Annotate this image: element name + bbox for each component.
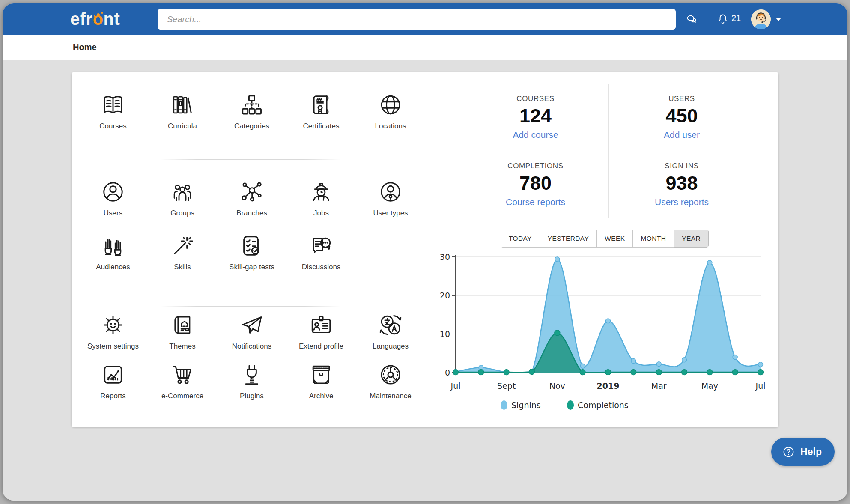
legend-label: Completions — [578, 400, 629, 410]
menu-item-audiences[interactable]: Audiences — [78, 233, 148, 286]
signins-data-point[interactable] — [656, 362, 661, 367]
tab-week[interactable]: WEEK — [596, 230, 633, 248]
signins-data-point[interactable] — [631, 359, 636, 364]
menu-item-languages[interactable]: Languages — [356, 312, 425, 361]
signins-data-point[interactable] — [758, 362, 763, 367]
stat-link-add-course[interactable]: Add course — [513, 130, 558, 140]
completions-data-point[interactable] — [453, 370, 459, 375]
legend-item-signins[interactable]: Signins — [501, 400, 541, 410]
menu-item-users[interactable]: Users — [78, 179, 148, 233]
blueprint-icon — [169, 312, 196, 338]
hierarchy-icon — [239, 92, 265, 118]
help-button[interactable]: Help — [771, 438, 835, 466]
stat-link-users-reports[interactable]: Users reports — [655, 197, 709, 207]
signins-data-point[interactable] — [606, 319, 611, 323]
completions-data-point[interactable] — [478, 370, 484, 375]
menu-item-plugins[interactable]: Plugins — [217, 361, 286, 411]
efront-logo[interactable]: efront — [70, 3, 120, 35]
signins-area — [456, 259, 761, 373]
stat-value: 124 — [519, 105, 552, 127]
stat-card-courses: COURSES124Add course — [462, 84, 608, 151]
menu-item-discussions[interactable]: Discussions — [286, 233, 356, 286]
profile-menu-caret-icon[interactable] — [776, 18, 781, 21]
signins-data-point[interactable] — [580, 364, 585, 368]
menu-item-archive[interactable]: Archive — [286, 361, 356, 411]
globe-icon — [377, 92, 404, 118]
menu-item-reports[interactable]: Reports — [78, 361, 148, 411]
tab-yesterday[interactable]: YESTERDAY — [540, 230, 597, 248]
menu-item-label: Reports — [100, 392, 126, 400]
menu-item-skill-gap-tests[interactable]: Skill-gap tests — [217, 233, 286, 286]
completions-data-point[interactable] — [555, 330, 560, 336]
completions-data-point[interactable] — [682, 370, 687, 375]
menu-item-label: Plugins — [240, 392, 264, 400]
completions-data-point[interactable] — [504, 370, 509, 375]
menu-item-courses[interactable]: Courses — [78, 92, 148, 152]
menu-item-label: Users — [104, 209, 122, 218]
menu-item-label: Categories — [234, 122, 269, 131]
time-filter-tabs: TODAYYESTERDAYWEEKMONTHYEAR — [435, 230, 774, 248]
menu-item-extend-profile[interactable]: Extend profile — [286, 312, 356, 361]
shopping-cart-icon — [169, 361, 196, 388]
menu-item-label: Extend profile — [299, 342, 343, 351]
help-label: Help — [800, 446, 822, 458]
breadcrumb-bar: Home — [3, 35, 847, 60]
messages-icon[interactable] — [685, 13, 698, 26]
breadcrumb[interactable]: Home — [73, 35, 97, 60]
raised-hands-icon — [100, 233, 126, 259]
x-tick-label: 2019 — [597, 381, 620, 391]
signins-data-point[interactable] — [682, 358, 687, 362]
completions-data-point[interactable] — [529, 369, 535, 375]
search-input[interactable] — [158, 9, 676, 30]
tab-today[interactable]: TODAY — [501, 230, 540, 248]
completions-data-point[interactable] — [580, 370, 585, 375]
section-divider — [161, 159, 340, 160]
menu-item-themes[interactable]: Themes — [148, 312, 217, 361]
gear-smiley-icon — [100, 312, 126, 338]
stat-link-add-user[interactable]: Add user — [664, 130, 700, 140]
menu-item-e-commerce[interactable]: e-Commerce — [148, 361, 217, 411]
y-tick-label: 20 — [440, 291, 450, 300]
menu-item-label: Curricula — [168, 122, 197, 131]
signins-data-point[interactable] — [555, 257, 560, 262]
stat-label: USERS — [668, 95, 695, 103]
tab-month[interactable]: MONTH — [632, 230, 674, 248]
completions-data-point[interactable] — [656, 370, 662, 375]
chat-bubbles-doc-icon — [308, 233, 334, 259]
menu-item-notifications[interactable]: Notifications — [217, 312, 286, 361]
tab-year[interactable]: YEAR — [674, 230, 709, 248]
legend-marker — [567, 400, 574, 410]
menu-item-curricula[interactable]: Curricula — [148, 92, 217, 152]
signins-data-point[interactable] — [707, 260, 712, 265]
completions-data-point[interactable] — [707, 370, 713, 375]
paper-plane-icon — [239, 312, 265, 338]
stat-card-completions: COMPLETIONS780Course reports — [462, 151, 608, 218]
completions-data-point[interactable] — [732, 370, 738, 375]
menu-item-jobs[interactable]: Jobs — [286, 179, 356, 233]
signins-data-point[interactable] — [733, 355, 737, 360]
people-group-icon — [169, 179, 196, 205]
menu-item-certificates[interactable]: Certificates — [286, 92, 356, 152]
y-tick-label: 30 — [440, 252, 450, 262]
menu-item-locations[interactable]: Locations — [356, 92, 425, 152]
completions-data-point[interactable] — [605, 370, 611, 375]
menu-item-maintenance[interactable]: Maintenance — [356, 361, 425, 411]
menu-item-skills[interactable]: Skills — [148, 233, 217, 286]
admin-menu-grid: CoursesCurriculaCategoriesCertificatesLo… — [78, 92, 426, 411]
menu-item-categories[interactable]: Categories — [217, 92, 286, 152]
completions-data-point[interactable] — [631, 370, 636, 375]
x-tick-label: Nov — [549, 381, 565, 391]
menu-item-system-settings[interactable]: System settings — [78, 312, 148, 361]
menu-item-groups[interactable]: Groups — [148, 179, 217, 233]
stat-link-course-reports[interactable]: Course reports — [506, 197, 565, 207]
completions-data-point[interactable] — [758, 370, 764, 375]
legend-item-completions[interactable]: Completions — [567, 400, 629, 410]
menu-item-branches[interactable]: Branches — [217, 179, 286, 233]
id-card-icon — [308, 312, 334, 338]
translate-circles-icon — [377, 312, 404, 338]
notification-count-badge[interactable]: 21 — [731, 13, 741, 23]
menu-item-label: Languages — [373, 342, 409, 351]
user-avatar[interactable] — [751, 9, 771, 29]
notifications-bell-icon[interactable] — [716, 12, 730, 26]
menu-item-user-types[interactable]: User types — [356, 179, 425, 233]
